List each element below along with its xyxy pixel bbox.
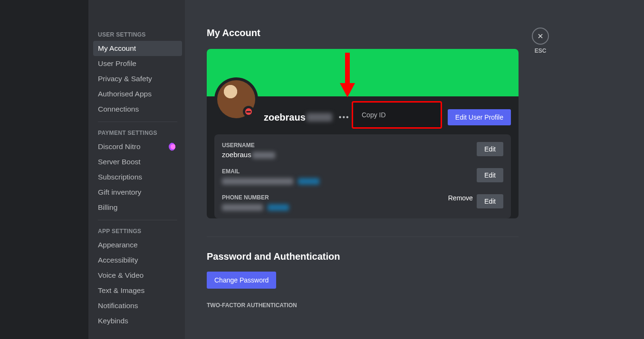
settings-sidebar: USER SETTINGS My Account User Profile Pr… [88, 0, 185, 339]
edit-phone-button[interactable]: Edit [477, 194, 503, 208]
main-content: ESC My Account zoebraus ••• Edit User Pr… [185, 0, 644, 339]
sidebar-item-authorised-apps[interactable]: Authorised Apps [93, 86, 182, 102]
sidebar-item-privacy[interactable]: Privacy & Safety [93, 71, 182, 86]
field-label: EMAIL [222, 168, 473, 175]
remove-phone-button[interactable]: Remove [448, 194, 473, 202]
sidebar-item-label: Voice & Video [98, 271, 144, 280]
context-menu-item-label: Copy ID [362, 111, 386, 119]
sidebar-item-server-boost[interactable]: Server Boost [93, 154, 182, 170]
close-icon [532, 28, 549, 45]
field-row-username: USERNAME zoebraus Edit [222, 142, 503, 159]
password-section-title: Password and Authentication [207, 251, 625, 262]
page-title: My Account [207, 28, 625, 38]
section-header-app: APP SETTINGS [93, 225, 182, 237]
discriminator-redacted [307, 113, 332, 122]
avatar [217, 80, 255, 118]
nitro-icon [169, 142, 177, 151]
sidebar-item-nitro[interactable]: Discord Nitro [93, 139, 182, 154]
status-dnd-icon [243, 106, 254, 117]
sidebar-item-label: Server Boost [98, 158, 141, 166]
sidebar-item-appearance[interactable]: Appearance [93, 237, 182, 253]
sidebar-item-label: Subscriptions [98, 173, 142, 181]
field-value-email [222, 177, 473, 185]
sidebar-item-label: Discord Nitro [98, 142, 141, 151]
sidebar-item-label: Notifications [98, 301, 138, 310]
edit-username-button[interactable]: Edit [477, 142, 503, 156]
field-row-phone: PHONE NUMBER Remove Edit [222, 194, 503, 211]
redacted [222, 178, 293, 185]
section-header-payment: PAYMENT SETTINGS [93, 127, 182, 139]
sidebar-item-label: Accessibility [98, 256, 138, 264]
sidebar-item-gift-inventory[interactable]: Gift inventory [93, 185, 182, 200]
redacted [252, 152, 275, 159]
account-card: zoebraus ••• Edit User Profile Copy ID U… [207, 49, 519, 218]
window-gutter [0, 0, 88, 339]
more-options-icon[interactable]: ••• [339, 113, 350, 122]
sidebar-item-label: Text & Images [98, 286, 144, 295]
sidebar-item-voice-video[interactable]: Voice & Video [93, 268, 182, 283]
sidebar-item-label: Keybinds [98, 317, 128, 325]
redacted [222, 204, 263, 211]
sidebar-item-notifications[interactable]: Notifications [93, 298, 182, 313]
sidebar-item-user-profile[interactable]: User Profile [93, 56, 182, 71]
divider [98, 122, 177, 122]
sidebar-item-label: Appearance [98, 241, 138, 249]
divider [98, 220, 177, 220]
twofa-header: TWO-FACTOR AUTHENTICATION [207, 302, 625, 309]
sidebar-item-accessibility[interactable]: Accessibility [93, 253, 182, 268]
field-value-username: zoebraus [222, 151, 473, 159]
sidebar-item-my-account[interactable]: My Account [93, 41, 182, 56]
field-value-phone [222, 203, 448, 211]
field-label: PHONE NUMBER [222, 194, 448, 201]
sidebar-item-label: My Account [98, 44, 136, 53]
close-label: ESC [535, 47, 547, 54]
sidebar-item-subscriptions[interactable]: Subscriptions [93, 170, 182, 185]
change-password-button[interactable]: Change Password [207, 272, 276, 289]
sidebar-item-label: User Profile [98, 59, 136, 68]
account-info-box: USERNAME zoebraus Edit EMAIL Edit [214, 134, 511, 218]
sidebar-item-text-images[interactable]: Text & Images [93, 283, 182, 298]
sidebar-item-label: Billing [98, 203, 117, 212]
username-display: zoebraus [264, 112, 306, 123]
sidebar-item-keybinds[interactable]: Keybinds [93, 313, 182, 329]
sidebar-item-label: Gift inventory [98, 188, 141, 197]
reveal-link[interactable] [298, 178, 319, 185]
field-row-email: EMAIL Edit [222, 168, 503, 185]
section-header-user: USER SETTINGS [93, 28, 182, 41]
field-label: USERNAME [222, 142, 473, 149]
edit-user-profile-button[interactable]: Edit User Profile [448, 109, 511, 125]
sidebar-item-label: Connections [98, 105, 139, 113]
sidebar-item-billing[interactable]: Billing [93, 200, 182, 215]
close-button[interactable]: ESC [532, 28, 549, 54]
sidebar-item-label: Authorised Apps [98, 90, 152, 98]
reveal-link[interactable] [268, 204, 289, 211]
context-menu-copy-id[interactable]: Copy ID [352, 101, 442, 129]
avatar-container[interactable] [214, 77, 258, 121]
divider [207, 236, 519, 237]
edit-email-button[interactable]: Edit [477, 168, 503, 182]
sidebar-item-connections[interactable]: Connections [93, 102, 182, 117]
sidebar-item-label: Privacy & Safety [98, 75, 152, 83]
